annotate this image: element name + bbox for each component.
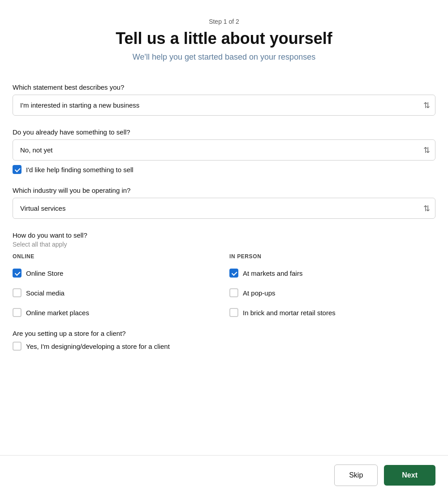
q4-columns: ONLINE Online Store Social media Onli [13, 253, 435, 317]
online-column-title: ONLINE [13, 253, 219, 260]
question-2: Do you already have something to sell? N… [13, 128, 435, 174]
question-1: Which statement best describes you? I'm … [13, 83, 435, 116]
question-4: How do you want to sell? Select all that… [13, 231, 435, 317]
skip-button[interactable]: Skip [334, 465, 378, 486]
in-person-column-title: IN PERSON [229, 253, 435, 260]
page-footer: Skip Next [0, 456, 448, 495]
in-person-column-items: At markets and fairs At pop-ups In brick… [229, 264, 435, 317]
markets-fairs-checkbox[interactable] [229, 269, 238, 278]
q5-checkbox-item: Yes, I'm designing/developing a store fo… [13, 342, 435, 351]
q1-label: Which statement best describes you? [13, 83, 435, 91]
q4-label: How do you want to sell? [13, 231, 435, 239]
q2-select[interactable]: No, not yet Yes, I have products Yes, I … [13, 139, 435, 161]
q2-select-wrapper: No, not yet Yes, I have products Yes, I … [13, 139, 435, 161]
q3-label: Which industry will you be operating in? [13, 187, 435, 194]
q1-select-wrapper: I'm interested in starting a new busines… [13, 95, 435, 116]
brick-mortar-checkbox[interactable] [229, 308, 238, 317]
online-store-label: Online Store [26, 269, 63, 277]
q3-select-wrapper: Virtual services Retail Fashion Food & B… [13, 198, 435, 219]
q2-checkbox-label: I'd like help finding something to sell [26, 166, 134, 174]
in-person-column: IN PERSON At markets and fairs At pop-up… [229, 253, 435, 317]
page-header: Step 1 of 2 Tell us a little about yours… [13, 18, 435, 62]
list-item: At pop-ups [229, 288, 435, 297]
client-store-checkbox[interactable] [13, 342, 22, 351]
list-item: Online market places [13, 308, 219, 317]
online-column: ONLINE Online Store Social media Onli [13, 253, 219, 317]
client-store-label: Yes, I'm designing/developing a store fo… [26, 343, 170, 350]
q5-label: Are you setting up a store for a client? [13, 330, 435, 337]
q1-select[interactable]: I'm interested in starting a new busines… [13, 95, 435, 116]
step-label: Step 1 of 2 [13, 18, 435, 25]
q3-select[interactable]: Virtual services Retail Fashion Food & B… [13, 198, 435, 219]
next-button[interactable]: Next [384, 465, 435, 486]
popups-checkbox[interactable] [229, 288, 238, 297]
q4-hint: Select all that apply [13, 241, 435, 248]
list-item: At markets and fairs [229, 269, 435, 278]
online-marketplace-checkbox[interactable] [13, 308, 22, 317]
online-column-items: Online Store Social media Online market … [13, 264, 219, 317]
online-marketplace-label: Online market places [26, 309, 89, 317]
list-item: Social media [13, 288, 219, 297]
page-subtitle: We'll help you get started based on your… [13, 52, 435, 62]
list-item: Online Store [13, 269, 219, 278]
markets-fairs-label: At markets and fairs [243, 269, 302, 277]
q2-checkbox-item: I'd like help finding something to sell [13, 165, 435, 174]
q2-checkbox[interactable] [13, 165, 22, 174]
social-media-label: Social media [26, 289, 65, 297]
question-3: Which industry will you be operating in?… [13, 187, 435, 219]
popups-label: At pop-ups [243, 289, 276, 297]
page-title: Tell us a little about yourself [13, 29, 435, 48]
list-item: In brick and mortar retail stores [229, 308, 435, 317]
question-5: Are you setting up a store for a client?… [13, 330, 435, 351]
main-content: Step 1 of 2 Tell us a little about yours… [0, 0, 448, 455]
q2-label: Do you already have something to sell? [13, 128, 435, 136]
social-media-checkbox[interactable] [13, 288, 22, 297]
online-store-checkbox[interactable] [13, 269, 22, 278]
page-wrapper: Step 1 of 2 Tell us a little about yours… [0, 0, 448, 495]
brick-mortar-label: In brick and mortar retail stores [243, 309, 336, 317]
